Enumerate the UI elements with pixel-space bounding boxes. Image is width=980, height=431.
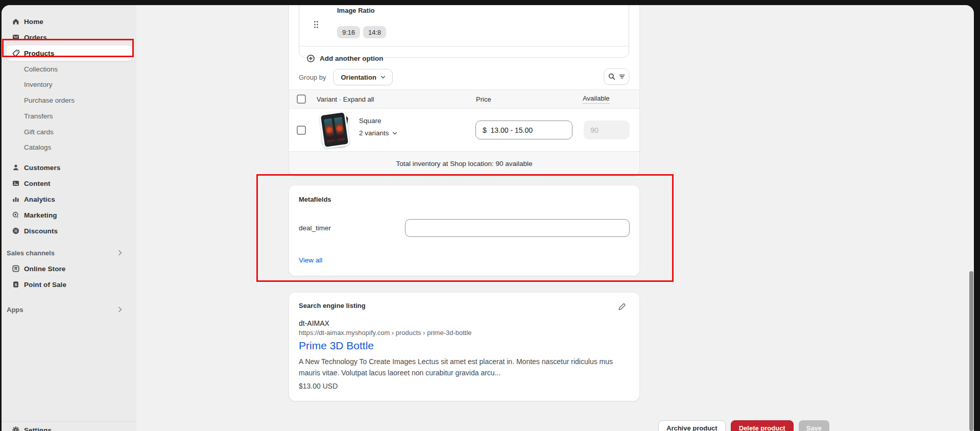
- metafield-value-input[interactable]: [405, 219, 630, 237]
- chevron-down-icon: [392, 130, 398, 136]
- group-by-value: Orientation: [341, 74, 376, 81]
- plus-circle-icon: [306, 54, 315, 63]
- seo-page-title-link: Prime 3D Bottle: [299, 340, 374, 352]
- add-option-label: Add another option: [320, 55, 383, 62]
- available-quantity-input: 90: [584, 121, 630, 139]
- sidebar-subitem-label: Inventory: [24, 81, 53, 88]
- point-of-sale-icon: s: [12, 280, 20, 289]
- section-label: Sales channels: [7, 249, 55, 257]
- admin-surface: Home Orders Products Collections Invento…: [2, 5, 974, 431]
- sidebar-item-analytics[interactable]: Analytics: [2, 191, 136, 207]
- sidebar-item-content[interactable]: Content: [2, 176, 136, 191]
- svg-text:s: s: [15, 282, 17, 287]
- page-footer-actions: Archive product Delete product Save: [658, 420, 829, 431]
- sidebar-subitem-label: Gift cards: [24, 128, 54, 136]
- sidebar-item-collections[interactable]: Collections: [24, 62, 58, 76]
- sidebar-subitem-label: Purchase orders: [24, 97, 75, 104]
- sidebar-nav: Home Orders Products Collections Invento…: [2, 5, 136, 431]
- search-and-filter-button[interactable]: [604, 68, 629, 85]
- metafields-title: Metafields: [299, 196, 331, 203]
- group-by-row: Group by Orientation: [299, 68, 393, 86]
- poster-art: [324, 118, 335, 143]
- sidebar-subitem-label: Catalogs: [24, 143, 51, 151]
- variant-row-checkbox[interactable]: [297, 126, 306, 135]
- archive-product-button[interactable]: Archive product: [658, 420, 726, 431]
- sidebar-item-home[interactable]: Home: [2, 14, 136, 29]
- online-store-icon: [12, 265, 20, 273]
- metafields-view-all-link[interactable]: View all: [299, 256, 322, 264]
- sidebar-item-label: Discounts: [24, 227, 58, 235]
- discounts-icon: [12, 227, 20, 235]
- vertical-scrollbar-thumb[interactable]: [969, 271, 973, 431]
- poster-art: [334, 117, 345, 141]
- price-column-header: Price: [476, 95, 491, 103]
- sidebar-item-label: Settings: [24, 426, 52, 431]
- sidebar-subitem-label: Transfers: [24, 112, 53, 120]
- variants-card: Image Ratio 9:16 14:8 Add another option…: [289, 5, 639, 176]
- variant-thumbnail[interactable]: [315, 111, 355, 150]
- thumbnail-front-image: [319, 111, 350, 149]
- drag-handle-icon[interactable]: [312, 20, 320, 29]
- sidebar-item-online-store[interactable]: Online Store: [2, 261, 136, 276]
- variant-expand-toggle[interactable]: 2 variants: [359, 129, 398, 137]
- delete-product-button[interactable]: Delete product: [731, 420, 794, 431]
- sidebar-section-sales-channels[interactable]: Sales channels: [7, 247, 131, 259]
- save-button-disabled[interactable]: Save: [799, 420, 829, 431]
- available-column-header: Available: [583, 94, 610, 104]
- sidebar-item-label: Content: [24, 180, 51, 187]
- variant-group-title: Square: [359, 117, 381, 125]
- sidebar-item-label: Marketing: [24, 211, 57, 219]
- sidebar-item-label: Products: [24, 50, 54, 57]
- option-name-label: Image Ratio: [337, 7, 375, 14]
- option-value-tag[interactable]: 14:8: [363, 26, 386, 38]
- add-another-option-button[interactable]: Add another option: [306, 51, 383, 66]
- sidebar-item-products[interactable]: Products: [2, 45, 136, 61]
- sidebar-divider: [2, 421, 136, 422]
- seo-site-name: dt-AIMAX: [299, 319, 329, 327]
- chevron-right-icon: [116, 249, 124, 257]
- sidebar-item-label: Online Store: [24, 265, 65, 273]
- select-all-checkbox[interactable]: [297, 94, 306, 104]
- sidebar-subitem-label: Collections: [24, 65, 58, 73]
- sidebar-item-discounts[interactable]: Discounts: [2, 223, 136, 238]
- variant-count-label: 2 variants: [359, 129, 389, 137]
- group-by-label: Group by: [299, 74, 326, 81]
- sidebar-item-label: Orders: [24, 34, 47, 41]
- sidebar-item-inventory[interactable]: Inventory: [24, 78, 53, 91]
- sidebar-item-orders[interactable]: Orders: [2, 30, 136, 45]
- seo-description: A New Technology To Create Images Lectus…: [299, 356, 630, 378]
- sidebar-item-gift-cards[interactable]: Gift cards: [24, 125, 54, 138]
- option-value-tag[interactable]: 9:16: [337, 26, 360, 38]
- settings-gear-icon: [12, 426, 20, 431]
- divider: [299, 46, 629, 46]
- seo-card-title: Search engine listing: [299, 302, 366, 309]
- sidebar-item-catalogs[interactable]: Catalogs: [24, 140, 51, 154]
- sidebar-item-point-of-sale[interactable]: s Point of Sale: [2, 277, 136, 292]
- sidebar-item-label: Analytics: [24, 196, 55, 203]
- analytics-icon: [12, 195, 20, 203]
- customers-icon: [12, 163, 20, 172]
- metafield-key-label: deal_timer: [299, 224, 331, 232]
- chevron-right-icon: [116, 305, 124, 314]
- sidebar-item-marketing[interactable]: Marketing: [2, 207, 136, 223]
- sidebar-item-settings[interactable]: Settings: [2, 422, 136, 431]
- seo-breadcrumb-url: https://dt-aimax.myshopify.com › product…: [299, 329, 472, 337]
- sidebar-item-label: Point of Sale: [24, 281, 66, 289]
- group-by-dropdown[interactable]: Orientation: [333, 69, 392, 85]
- sidebar-item-customers[interactable]: Customers: [2, 160, 136, 175]
- window-top-chrome: [0, 0, 980, 5]
- marketing-icon: [12, 211, 20, 219]
- home-icon: [12, 17, 20, 26]
- sidebar-item-transfers[interactable]: Transfers: [24, 109, 53, 123]
- sidebar-item-label: Home: [24, 18, 43, 26]
- filter-icon: [618, 73, 626, 80]
- price-range-input[interactable]: $ 13.00 - 15.00: [475, 121, 572, 139]
- total-inventory-footer: Total inventory at Shop location: 90 ava…: [289, 151, 639, 176]
- search-icon: [608, 73, 616, 81]
- metafields-card: Metafields deal_timer View all: [289, 185, 639, 276]
- sidebar-item-purchase-orders[interactable]: Purchase orders: [24, 93, 75, 107]
- variant-column-header[interactable]: Variant · Expand all: [317, 95, 374, 103]
- edit-pencil-icon[interactable]: [615, 300, 628, 313]
- variant-table-header: Variant · Expand all Price Available: [289, 89, 639, 109]
- sidebar-section-apps[interactable]: Apps: [7, 303, 131, 316]
